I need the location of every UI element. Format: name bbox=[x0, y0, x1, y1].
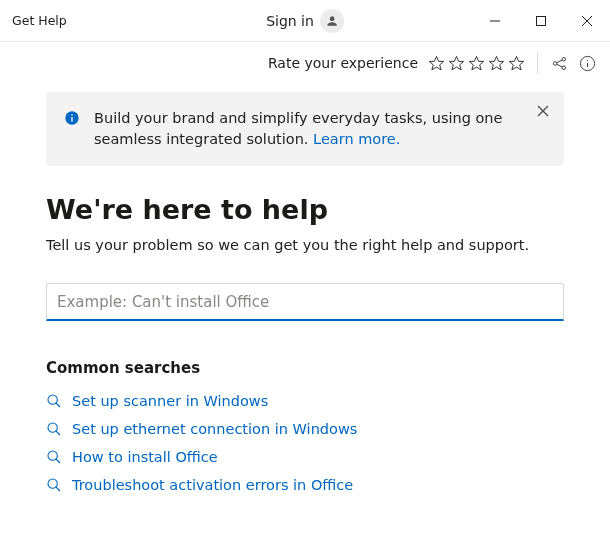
svg-marker-5 bbox=[449, 56, 463, 69]
content: Build your brand and simplify everyday t… bbox=[0, 82, 610, 499]
svg-point-24 bbox=[48, 423, 57, 432]
svg-line-29 bbox=[56, 487, 60, 491]
svg-line-12 bbox=[556, 59, 562, 62]
svg-point-9 bbox=[553, 61, 557, 65]
search-icon bbox=[46, 393, 62, 409]
rating-stars bbox=[428, 55, 525, 72]
common-search-item[interactable]: How to install Office bbox=[46, 443, 564, 471]
svg-point-19 bbox=[71, 114, 73, 116]
common-search-item[interactable]: Set up ethernet connection in Windows bbox=[46, 415, 564, 443]
toolbar: Rate your experience bbox=[0, 42, 610, 82]
sign-in-label: Sign in bbox=[266, 13, 314, 29]
promo-banner: Build your brand and simplify everyday t… bbox=[46, 92, 564, 166]
info-circle-icon bbox=[64, 110, 80, 126]
svg-marker-7 bbox=[489, 56, 503, 69]
svg-line-25 bbox=[56, 431, 60, 435]
page-heading: We're here to help bbox=[46, 194, 564, 225]
common-search-text: Troubleshoot activation errors in Office bbox=[72, 477, 353, 493]
common-searches-list: Set up scanner in Windows Set up etherne… bbox=[46, 387, 564, 499]
common-search-text: Set up ethernet connection in Windows bbox=[72, 421, 357, 437]
banner-message: Build your brand and simplify everyday t… bbox=[94, 110, 502, 147]
titlebar: Get Help Sign in bbox=[0, 0, 610, 42]
star-5[interactable] bbox=[508, 55, 525, 72]
banner-text: Build your brand and simplify everyday t… bbox=[94, 108, 520, 150]
minimize-button[interactable] bbox=[472, 0, 518, 42]
svg-rect-18 bbox=[71, 117, 72, 122]
page-subheading: Tell us your problem so we can get you t… bbox=[46, 237, 564, 253]
svg-point-10 bbox=[561, 57, 565, 61]
star-3[interactable] bbox=[468, 55, 485, 72]
svg-rect-1 bbox=[537, 16, 546, 25]
rate-experience-label: Rate your experience bbox=[268, 55, 418, 71]
svg-point-16 bbox=[586, 59, 587, 60]
svg-line-23 bbox=[56, 403, 60, 407]
star-2[interactable] bbox=[448, 55, 465, 72]
star-4[interactable] bbox=[488, 55, 505, 72]
banner-learn-more-link[interactable]: Learn more. bbox=[313, 131, 400, 147]
svg-marker-8 bbox=[509, 56, 523, 69]
search-input[interactable] bbox=[46, 283, 564, 321]
common-search-item[interactable]: Set up scanner in Windows bbox=[46, 387, 564, 415]
user-avatar-icon bbox=[320, 9, 344, 33]
search-icon bbox=[46, 477, 62, 493]
close-button[interactable] bbox=[564, 0, 610, 42]
search-icon bbox=[46, 449, 62, 465]
common-search-text: How to install Office bbox=[72, 449, 218, 465]
svg-line-13 bbox=[556, 64, 562, 67]
svg-line-27 bbox=[56, 459, 60, 463]
common-searches-title: Common searches bbox=[46, 359, 564, 377]
svg-point-11 bbox=[561, 65, 565, 69]
share-icon[interactable] bbox=[550, 54, 568, 72]
common-search-item[interactable]: Troubleshoot activation errors in Office bbox=[46, 471, 564, 499]
separator bbox=[537, 52, 538, 74]
sign-in-button[interactable]: Sign in bbox=[266, 9, 344, 33]
svg-point-28 bbox=[48, 479, 57, 488]
svg-marker-4 bbox=[429, 56, 443, 69]
banner-close-button[interactable] bbox=[534, 102, 552, 120]
app-title: Get Help bbox=[12, 13, 67, 28]
window-controls bbox=[472, 0, 610, 42]
svg-point-26 bbox=[48, 451, 57, 460]
info-icon[interactable] bbox=[578, 54, 596, 72]
maximize-button[interactable] bbox=[518, 0, 564, 42]
search-icon bbox=[46, 421, 62, 437]
star-1[interactable] bbox=[428, 55, 445, 72]
common-search-text: Set up scanner in Windows bbox=[72, 393, 268, 409]
svg-marker-6 bbox=[469, 56, 483, 69]
svg-point-22 bbox=[48, 395, 57, 404]
